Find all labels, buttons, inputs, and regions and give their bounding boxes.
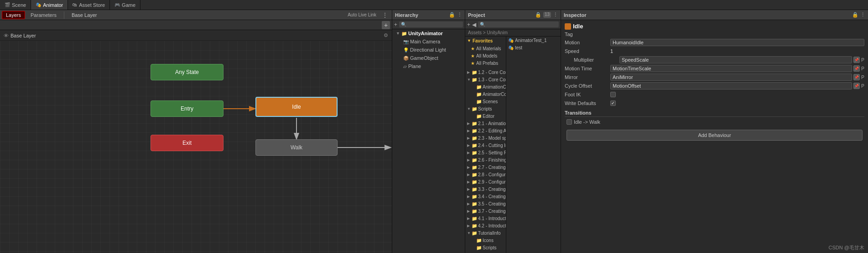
project-left-panel: ▼ Favorites ★ All Materials ★ All Models… — [465, 37, 506, 253]
proj-33[interactable]: ▶ 📁 3.3 - Creating and c — [465, 185, 506, 193]
inspector-menu-icon[interactable]: ⋮ — [860, 12, 865, 18]
animator-panel: Layers Parameters Base Layer Auto Live L… — [0, 10, 392, 253]
proj-28[interactable]: ▶ 📁 2.8 - Configuring Ge — [465, 171, 506, 178]
motion-time-pin-button[interactable]: 📌 — [853, 65, 860, 72]
hierarchy-root-item[interactable]: ▼ 📁 UnityAnimator — [392, 29, 465, 37]
base-layer-row[interactable]: 👁 Base Layer ⚙ — [0, 30, 392, 41]
proj-29[interactable]: ▶ 📁 2.9 - Configuring Hu — [465, 178, 506, 185]
project-back-button[interactable]: ◀ — [472, 21, 476, 28]
proj-scenes[interactable]: 📁 Scenes — [465, 98, 506, 105]
fav-all-materials[interactable]: ★ All Materials — [465, 45, 506, 52]
proj-26[interactable]: ▶ 📁 2.6 - Finishing Impor — [465, 156, 506, 163]
proj-13-core[interactable]: ▼ 📁 1.3 - Core Concepts — [465, 76, 506, 83]
parameters-tab[interactable]: Parameters — [27, 11, 60, 19]
project-content: ▼ Favorites ★ All Materials ★ All Models… — [465, 37, 561, 253]
proj-scripts2[interactable]: 📁 Scripts — [465, 244, 506, 251]
multiplier-pin-button[interactable]: 📌 — [853, 57, 860, 63]
asset-file-2[interactable]: 🎭 test — [506, 44, 561, 51]
proj-tutorial[interactable]: ▼ 📁 TutorialInfo — [465, 229, 506, 237]
add-layer-button[interactable]: + — [382, 21, 390, 29]
proj-34[interactable]: ▶ 📁 3.4 - Creating and c — [465, 193, 506, 200]
tab-scene[interactable]: 🎬 Scene — [0, 0, 31, 10]
layers-tab[interactable]: Layers — [2, 11, 25, 19]
project-lock-icon[interactable]: 🔒 — [535, 12, 541, 18]
watermark: CSDN @毛甘木 — [829, 244, 864, 251]
proj-35[interactable]: ▶ 📁 3.5 - Creating and c — [465, 200, 506, 207]
proj-25[interactable]: ▶ 📁 2.5 - Setting Root M — [465, 149, 506, 156]
mirror-pin-button[interactable]: 📌 — [853, 74, 860, 80]
tag-row: Tag — [565, 32, 864, 37]
animator-canvas[interactable]: Any State Entry Exit Idle Walk — [0, 41, 392, 253]
proj-unity-demo[interactable]: ▶ 📁 UnityAnimatorDemo — [465, 251, 506, 253]
proj-icons[interactable]: 📁 Icons — [465, 237, 506, 244]
multiplier-value[interactable]: SpeedScale — [619, 56, 852, 63]
cycle-offset-pin-button[interactable]: 📌 — [853, 83, 860, 89]
mirror-extra: P — [861, 75, 864, 80]
proj-editor[interactable]: 📁 Editor — [465, 112, 506, 120]
motion-label: Motion — [565, 40, 610, 45]
write-defaults-label: Write Defaults — [565, 100, 610, 106]
project-search-input[interactable] — [478, 21, 559, 27]
tab-animator[interactable]: 🎭 Animator — [31, 0, 68, 10]
cycle-offset-row: Cycle Offset MotionOffset 📌 P — [565, 82, 864, 90]
assets-breadcrumb: Assets > UnityAnim — [465, 29, 561, 37]
proj-22[interactable]: ▶ 📁 2.2 - Editing Animati — [465, 127, 506, 134]
layer-gear-icon[interactable]: ⚙ — [384, 32, 388, 38]
project-toolbar: + ◀ — [465, 20, 561, 29]
hierarchy-item-light[interactable]: 💡 Directional Light — [392, 46, 465, 54]
tab-game[interactable]: 🎮 Game — [110, 0, 140, 10]
hierarchy-search-input[interactable] — [399, 21, 463, 27]
proj-12-core[interactable]: ▶ 📁 1.2 - Core Concepts — [465, 69, 506, 76]
transition-idle-walk[interactable]: Idle -> Walk — [565, 118, 864, 126]
write-defaults-checkbox[interactable]: ✓ — [610, 100, 616, 106]
mirror-value[interactable]: AniMirror — [610, 74, 852, 81]
proj-anim-clips[interactable]: 📁 AnimationClips — [465, 83, 506, 90]
hierarchy-add-button[interactable]: + — [394, 21, 397, 28]
cycle-offset-value[interactable]: MotionOffset — [610, 82, 852, 90]
hierarchy-item-gameobject[interactable]: 📦 GameObject — [392, 54, 465, 62]
add-behaviour-button[interactable]: Add Behaviour — [567, 130, 863, 141]
asset-file-1[interactable]: 🎭 AnimatorTest_1 — [506, 37, 561, 44]
hierarchy-lock-icon[interactable]: 🔒 — [449, 12, 455, 18]
hierarchy-item-camera[interactable]: 📷 Main Camera — [392, 37, 465, 46]
motion-value[interactable]: HumanoidIdle — [610, 39, 864, 46]
idle-node[interactable]: Idle — [255, 97, 338, 117]
proj-23[interactable]: ▶ 📁 2.3 - Model specifi — [465, 134, 506, 142]
entry-node[interactable]: Entry — [151, 100, 223, 117]
foot-ik-label: Foot IK — [565, 92, 610, 97]
tab-asset-store[interactable]: 🛍 Asset Store — [68, 0, 110, 10]
cycle-offset-label: Cycle Offset — [565, 83, 610, 89]
project-badge: 13 — [543, 12, 551, 18]
fav-all-prefabs[interactable]: ★ All Prefabs — [465, 59, 506, 67]
project-add-button[interactable]: + — [467, 21, 470, 28]
foot-ik-checkbox[interactable] — [610, 92, 616, 97]
main-layout: Layers Parameters Base Layer Auto Live L… — [0, 10, 868, 253]
hierarchy-item-plane[interactable]: ▱ Plane — [392, 62, 465, 70]
proj-21[interactable]: ▶ 📁 2.1 - Animation Wind — [465, 120, 506, 127]
inspector-lock-icon[interactable]: 🔒 — [852, 12, 858, 18]
hierarchy-header: Hierarchy 🔒 ⋮ — [392, 10, 465, 20]
proj-37[interactable]: ▶ 📁 3.7 - Creating and c — [465, 207, 506, 215]
proj-anim-controller[interactable]: 📁 AnimatorControlle — [465, 90, 506, 98]
any-state-node[interactable]: Any State — [151, 64, 223, 80]
project-menu-icon[interactable]: ⋮ — [553, 12, 558, 18]
motion-time-value[interactable]: MotionTimeScale — [610, 65, 852, 72]
menu-dots-button[interactable]: ⋮ — [380, 11, 390, 19]
tab-bar: 🎬 Scene 🎭 Animator 🛍 Asset Store 🎮 Game — [0, 0, 868, 10]
motion-time-extra: P — [861, 66, 864, 71]
game-icon: 🎮 — [114, 2, 120, 7]
hierarchy-menu-icon[interactable]: ⋮ — [457, 12, 462, 18]
proj-27[interactable]: ▶ 📁 2.7 - Creating Anima — [465, 163, 506, 171]
proj-24[interactable]: ▶ 📁 2.4 - Cutting Import — [465, 142, 506, 149]
proj-scripts[interactable]: ▼ 📁 Scripts — [465, 105, 506, 112]
favorites-header[interactable]: ▼ Favorites — [465, 37, 506, 45]
exit-node[interactable]: Exit — [151, 135, 223, 151]
fav-all-models[interactable]: ★ All Models — [465, 52, 506, 59]
transition-checkbox[interactable] — [567, 119, 572, 125]
proj-41[interactable]: ▶ 📁 4.1 - Introduction to — [465, 215, 506, 222]
proj-42[interactable]: ▶ 📁 4.2 - Introduction to — [465, 222, 506, 229]
asset-store-icon: 🛍 — [73, 2, 77, 7]
layer-eye-icon: 👁 — [4, 33, 9, 38]
walk-node[interactable]: Walk — [255, 139, 338, 156]
speed-label: Speed — [565, 48, 610, 54]
